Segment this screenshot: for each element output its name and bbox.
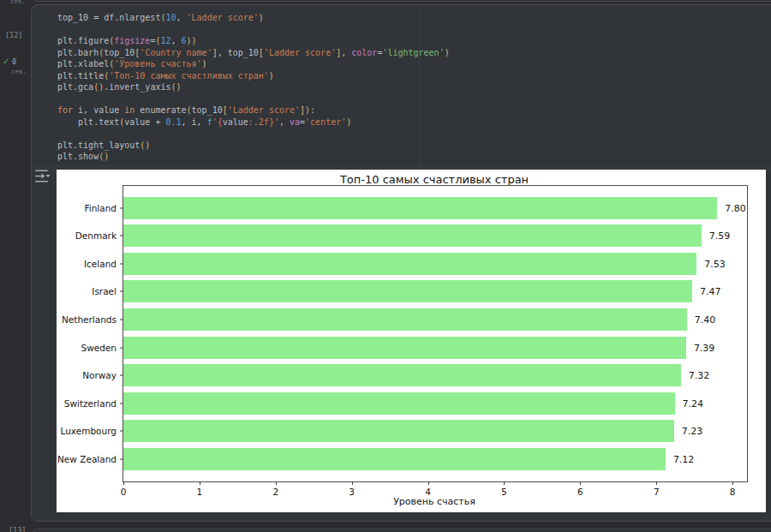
code-line[interactable]: plt.tight_layout() <box>57 140 771 152</box>
bar <box>123 197 717 219</box>
code-token: = <box>88 13 104 22</box>
code-token: plt.show <box>57 152 99 161</box>
bar <box>123 420 674 442</box>
editor-margin-guide <box>419 10 420 164</box>
code-token: plt.tight_layout <box>57 140 140 150</box>
y-axis-category-label: Norway <box>82 370 117 380</box>
code-editor[interactable]: top_10 = df.nlargest(10, 'Ladder score')… <box>32 5 771 165</box>
y-tick-mark <box>120 347 123 348</box>
y-axis-category-label: Iceland <box>84 259 117 269</box>
y-axis-category-label: Israel <box>92 286 117 296</box>
x-tick-mark <box>580 481 581 485</box>
notebook-cell: top_10 = df.nlargest(10, 'Ladder score')… <box>31 4 771 522</box>
x-axis-label: Уровень счастья <box>123 496 746 507</box>
y-tick-mark <box>120 319 123 320</box>
code-token: 10 <box>165 13 176 22</box>
code-token: plt.text <box>57 117 119 127</box>
code-token: plt.figure <box>57 36 109 45</box>
cell-execution-count: [12] <box>5 31 22 39</box>
code-token: top_10 <box>57 13 88 22</box>
code-token: ) <box>346 117 351 127</box>
code-token: value <box>223 117 248 127</box>
code-token: , <box>218 48 228 57</box>
bar-value-label: 7.47 <box>700 286 721 297</box>
x-tick-mark <box>656 481 657 485</box>
code-token: 'Ladder score' <box>264 48 336 57</box>
code-token: ) <box>445 48 450 57</box>
code-line[interactable]: plt.xlabel('Уровень счастья') <box>57 58 771 70</box>
execution-time-unit: сек. <box>11 68 27 75</box>
x-tick-mark <box>123 481 124 485</box>
next-notebook-cell[interactable] <box>31 529 771 532</box>
bar-value-label: 7.24 <box>683 398 704 409</box>
code-line[interactable]: for i, value in enumerate(top_10['Ladder… <box>57 105 771 117</box>
code-token: 'Топ-10 самых счастливых стран' <box>109 71 269 81</box>
code-token: plt.title <box>57 71 104 81</box>
code-line[interactable]: plt.figure(figsize=(12, 6)) <box>57 35 771 47</box>
code-token: for <box>57 105 78 115</box>
code-line[interactable] <box>57 128 771 140</box>
code-token: () <box>93 82 104 92</box>
bar <box>123 224 702 247</box>
code-line[interactable]: plt.gca().invert_yaxis() <box>57 81 771 93</box>
next-cell-execution-count: [13] <box>9 526 26 532</box>
y-axis-category-label: Denmark <box>75 230 117 241</box>
bar-value-label: 7.80 <box>725 202 746 213</box>
bar <box>123 253 696 275</box>
y-tick-mark <box>120 403 123 403</box>
code-token: top_10 <box>192 105 223 115</box>
code-line[interactable]: plt.barh(top_10['Country name'], top_10[… <box>57 47 771 59</box>
code-token: :.2f}' <box>248 117 279 127</box>
code-token: plt.xlabel <box>57 59 109 69</box>
bar-value-label: 7.32 <box>689 370 710 381</box>
code-line[interactable]: plt.title('Топ-10 самых счастливых стран… <box>57 70 771 82</box>
y-tick-mark <box>120 375 123 376</box>
code-token: () <box>170 82 181 92</box>
y-axis-category-label: Finland <box>84 203 117 213</box>
code-token: plt.barh <box>57 48 99 57</box>
code-token: 0.1 <box>165 117 181 127</box>
bar <box>123 448 666 470</box>
chart-output-image: Топ-10 самых счастливых стран 7.80Finlan… <box>57 170 766 512</box>
code-token: )) <box>187 36 197 45</box>
bar <box>123 337 686 359</box>
previous-cell-bottom-edge <box>31 0 771 2</box>
code-line[interactable]: top_10 = df.nlargest(10, 'Ladder score') <box>57 12 771 24</box>
y-tick-mark <box>120 431 123 432</box>
bar-value-label: 7.53 <box>704 258 726 269</box>
code-token: top_10 <box>228 48 259 57</box>
notebook-editor: сек. [12] ✓ 0 сек. top_10 = df.nlargest(… <box>0 0 771 532</box>
output-options-icon[interactable] <box>33 168 52 185</box>
code-token: : <box>310 105 315 115</box>
bar <box>123 364 681 386</box>
code-token: ) <box>269 71 274 81</box>
code-token: 'Ladder score' <box>228 105 300 115</box>
prev-cell-exec-time-unit: сек. <box>10 0 26 5</box>
code-token: () <box>140 140 150 150</box>
code-token: 12 <box>160 36 170 45</box>
x-tick-mark <box>428 481 429 485</box>
y-tick-mark <box>120 458 123 459</box>
code-token: plt.gca <box>57 82 93 92</box>
code-line[interactable] <box>57 24 771 36</box>
bar-value-label: 7.23 <box>682 426 703 437</box>
code-line[interactable]: plt.text(value + 0.1, i, f'{value:.2f}',… <box>57 117 771 129</box>
code-token: , <box>279 117 290 127</box>
chart-title: Топ-10 самых счастливых стран <box>123 173 746 186</box>
y-axis-category-label: Luxembourg <box>61 426 117 436</box>
x-tick-mark <box>276 481 277 485</box>
bar-value-label: 7.12 <box>673 453 695 464</box>
code-token: ) <box>259 13 264 22</box>
bar-value-label: 7.40 <box>695 314 716 325</box>
code-line[interactable]: plt.show() <box>57 151 771 163</box>
code-token: '{ <box>212 117 223 127</box>
code-token: .invert_yaxis <box>104 82 170 92</box>
code-token: color <box>351 48 377 57</box>
y-tick-mark <box>120 263 123 264</box>
bar-value-label: 7.39 <box>694 342 715 353</box>
bar <box>123 308 687 331</box>
code-token: , i, <box>182 117 207 127</box>
y-axis-category-label: New Zealand <box>57 454 117 464</box>
code-token: , <box>341 48 351 57</box>
code-line[interactable] <box>57 93 771 105</box>
